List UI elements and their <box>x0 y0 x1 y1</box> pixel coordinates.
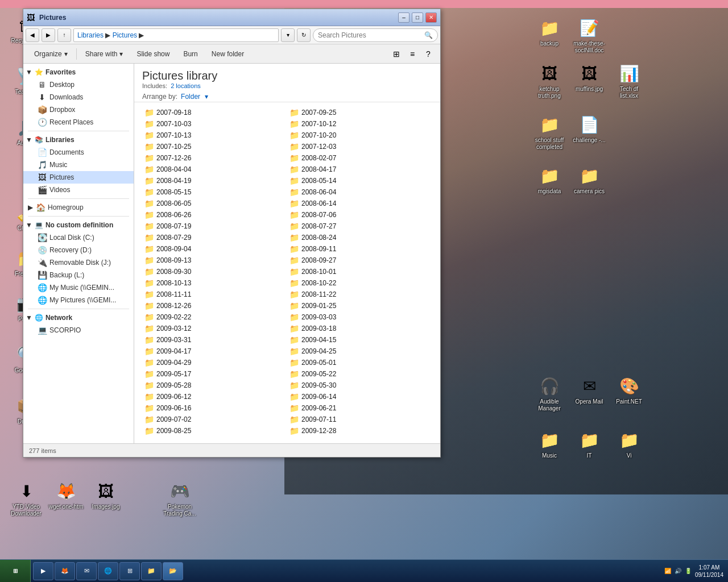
taskbar-clock[interactable]: 1:07 AM 09/11/2014 <box>695 564 723 579</box>
nav-removable-j[interactable]: 🔌 Removable Disk (J:) <box>23 256 134 269</box>
folder-item[interactable]: 📁2009-04-15 <box>287 334 432 346</box>
folder-item[interactable]: 📁2009-05-28 <box>142 380 287 391</box>
network-header[interactable]: ▼ 🌐 Network <box>23 311 134 324</box>
folder-item[interactable]: 📁2009-12-28 <box>287 425 432 436</box>
desktop-icon-images-jpg[interactable]: 🖼 Images.jpg <box>85 477 126 513</box>
taskbar-firefox[interactable]: 🦊 <box>55 562 75 580</box>
help-button[interactable]: ? <box>421 47 436 61</box>
folder-item[interactable]: 📁2009-05-01 <box>287 357 432 368</box>
folder-item[interactable]: 📁2009-03-03 <box>287 311 432 323</box>
nav-downloads[interactable]: ⬇ Downloads <box>23 91 134 103</box>
search-box[interactable]: 🔍 <box>313 28 438 42</box>
folder-item[interactable]: 📁2007-10-20 <box>287 130 432 141</box>
folder-item[interactable]: 📁2008-06-04 <box>287 186 432 198</box>
folder-item[interactable]: 📁2009-03-31 <box>142 334 287 346</box>
desktop-icon-music[interactable]: 📁 Music <box>529 426 570 462</box>
arrange-dropdown[interactable]: Folder ▾ <box>181 93 212 101</box>
folder-item[interactable]: 📁2008-04-04 <box>142 164 287 175</box>
folder-item[interactable]: 📁2008-07-29 <box>142 232 287 243</box>
folder-item[interactable]: 📁2007-12-26 <box>142 152 287 164</box>
desktop-icon-school-stuff[interactable]: 📁 school stuff completed <box>529 111 570 153</box>
folder-item[interactable]: 📁2009-07-11 <box>287 414 432 425</box>
desktop-icon-muffins[interactable]: 🖼 muffins.jpg <box>569 60 610 95</box>
folder-item[interactable]: 📁2009-05-30 <box>287 380 432 391</box>
desktop-icon-mgisdata[interactable]: 📁 mgisdata <box>529 162 570 197</box>
nav-backup-l[interactable]: 💾 Backup (L:) <box>23 269 134 281</box>
desktop-icon-audible[interactable]: 🎧 Audible Manager <box>529 372 570 414</box>
folder-item[interactable]: 📁2008-08-24 <box>287 232 432 243</box>
minimize-button[interactable]: – <box>398 13 410 23</box>
folder-item[interactable]: 📁2009-07-02 <box>142 414 287 425</box>
desktop-icon-paintnet[interactable]: 🎨 Paint.NET <box>609 372 650 408</box>
address-path[interactable]: Libraries ▶ Pictures ▶ <box>73 28 279 42</box>
folder-item[interactable]: 📁2009-06-12 <box>142 391 287 402</box>
folder-item[interactable]: 📁2008-05-14 <box>287 175 432 186</box>
libraries-header[interactable]: ▼ 📚 Libraries <box>23 134 134 146</box>
folder-item[interactable]: 📁2007-10-03 <box>142 118 287 130</box>
desktop-icon-challenge[interactable]: 📄 challenge -... <box>569 111 610 146</box>
taskbar-explorer-2[interactable]: 📂 <box>163 562 183 580</box>
folder-item[interactable]: 📁2009-04-29 <box>142 357 287 368</box>
desktop-icon-wget[interactable]: 🦊 wget one-htm <box>46 477 86 513</box>
nav-recovery-d[interactable]: 💿 Recovery (D:) <box>23 244 134 256</box>
search-input[interactable] <box>318 31 422 39</box>
folder-item[interactable]: 📁2008-05-15 <box>142 186 287 198</box>
close-button[interactable]: ✕ <box>425 13 437 23</box>
desktop-icon-make-these[interactable]: 📝 make-these-soclNlll.doc <box>569 14 610 56</box>
folder-item[interactable]: 📁2008-11-22 <box>287 289 432 300</box>
nav-videos[interactable]: 🎬 Videos <box>23 184 134 196</box>
folder-item[interactable]: 📁2008-09-11 <box>287 243 432 255</box>
folder-item[interactable]: 📁2008-02-07 <box>287 152 432 164</box>
taskbar-explorer-1[interactable]: 📁 <box>141 562 162 580</box>
back-button[interactable]: ◀ <box>26 28 39 42</box>
folder-item[interactable]: 📁2009-03-12 <box>142 323 287 334</box>
desktop-icon-opera-mail[interactable]: ✉ Opera Mail <box>569 372 610 408</box>
refresh-button[interactable]: ↻ <box>297 28 311 42</box>
desktop-icon-ketchup[interactable]: 🖼 ketchup truth.png <box>529 60 570 102</box>
folder-item[interactable]: 📁2008-10-01 <box>287 266 432 277</box>
address-pictures[interactable]: Pictures <box>113 31 137 39</box>
folder-item[interactable]: 📁2009-08-25 <box>142 425 287 436</box>
nav-local-disk-c[interactable]: 💽 Local Disk (C:) <box>23 231 134 244</box>
share-with-button[interactable]: Share with ▾ <box>79 46 130 62</box>
view-details-button[interactable]: ≡ <box>405 47 420 61</box>
folder-item[interactable]: 📁2008-10-13 <box>142 277 287 289</box>
nav-my-music-net[interactable]: 🌐 My Music (\\GEMIN... <box>23 281 134 294</box>
folder-item[interactable]: 📁2009-06-14 <box>287 391 432 402</box>
taskbar-apps-grid[interactable]: ⊞ <box>119 562 140 580</box>
maximize-button[interactable]: □ <box>412 13 423 23</box>
taskbar-email[interactable]: ✉ <box>76 562 97 580</box>
folder-item[interactable]: 📁2009-05-17 <box>142 368 287 380</box>
up-button[interactable]: ↑ <box>57 28 71 42</box>
desktop-icon-camera-pics[interactable]: 📁 camera pics <box>569 162 610 197</box>
folder-item[interactable]: 📁2009-03-18 <box>287 323 432 334</box>
folder-item[interactable]: 📁2008-07-06 <box>287 209 432 221</box>
folder-item[interactable]: 📁2008-11-11 <box>142 289 287 300</box>
address-libraries[interactable]: Libraries <box>77 31 104 39</box>
folder-item[interactable]: 📁2008-09-13 <box>142 255 287 266</box>
view-icons-button[interactable]: ⊞ <box>389 47 404 61</box>
nav-recent-places[interactable]: 🕐 Recent Places <box>23 116 134 128</box>
desktop-icon-backup[interactable]: 📁 backup <box>529 14 570 49</box>
folder-item[interactable]: 📁2007-09-25 <box>287 107 432 118</box>
folder-item[interactable]: 📁2008-09-04 <box>142 243 287 255</box>
taskbar-chrome[interactable]: 🌐 <box>98 562 118 580</box>
folder-item[interactable]: 📁2009-04-25 <box>287 346 432 357</box>
start-button[interactable]: ⊞ <box>0 560 31 583</box>
folder-item[interactable]: 📁2008-07-27 <box>287 221 432 232</box>
nav-desktop[interactable]: 🖥 Desktop <box>23 78 134 91</box>
folder-item[interactable]: 📁2008-09-30 <box>142 266 287 277</box>
new-folder-button[interactable]: New folder <box>205 46 250 62</box>
folder-item[interactable]: 📁2008-06-26 <box>142 209 287 221</box>
nav-music[interactable]: 🎵 Music <box>23 159 134 171</box>
organize-button[interactable]: Organize ▾ <box>28 46 74 62</box>
folder-item[interactable]: 📁2009-01-25 <box>287 300 432 311</box>
address-dropdown-button[interactable]: ▾ <box>281 28 295 42</box>
folder-item[interactable]: 📁2009-04-17 <box>142 346 287 357</box>
favorites-header[interactable]: ▼ ⭐ Favorites <box>23 66 134 78</box>
desktop-icon-tech-list[interactable]: 📊 Tech df list.xlsx <box>609 60 650 102</box>
folder-item[interactable]: 📁2008-04-17 <box>287 164 432 175</box>
folder-item[interactable]: 📁2008-09-27 <box>287 255 432 266</box>
folder-item[interactable]: 📁2009-06-16 <box>142 402 287 414</box>
nav-pictures[interactable]: 🖼 Pictures <box>23 171 134 184</box>
